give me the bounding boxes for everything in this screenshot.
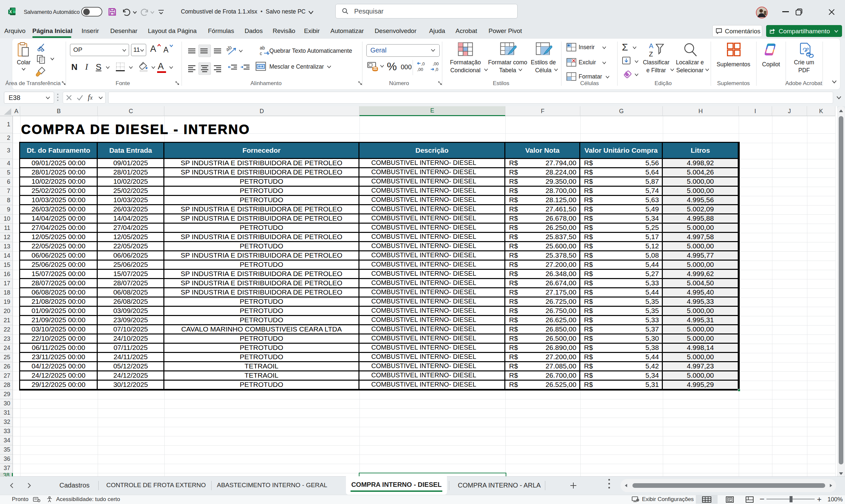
- svg-text:,0: ,0: [421, 61, 425, 66]
- svg-text:,00: ,00: [417, 67, 423, 72]
- svg-text:c: c: [260, 51, 262, 56]
- svg-text:,0: ,0: [435, 67, 438, 72]
- svg-text:X: X: [9, 10, 12, 14]
- svg-text:,00: ,00: [433, 61, 439, 66]
- svg-text:Z: Z: [649, 51, 653, 57]
- svg-text:A: A: [649, 42, 654, 50]
- svg-text:ab: ab: [260, 45, 265, 51]
